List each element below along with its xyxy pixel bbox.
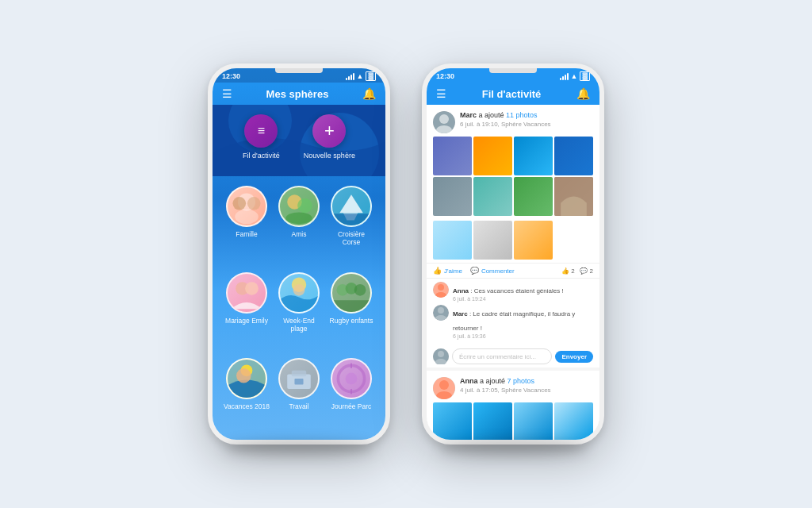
post2-date: 4 juil. à 17:05, Sphère Vacances: [460, 387, 593, 394]
phone2-status-bar: 12:30 ▲ ▓: [427, 68, 599, 83]
photo-8[interactable]: [554, 177, 593, 216]
photo-4[interactable]: [554, 137, 593, 175]
phone1-hero: ≡ Fil d'activité + Nouvelle sphère: [213, 105, 385, 176]
phone2: 12:30 ▲ ▓ ☰ Fil d'ac: [422, 64, 604, 444]
photo-10[interactable]: [473, 221, 512, 260]
sphere-travail[interactable]: Travail: [276, 358, 322, 430]
sphere-weekend[interactable]: Week-End plage: [276, 272, 322, 352]
svg-point-2: [232, 197, 246, 210]
comment-1-author: Anna: [453, 287, 469, 294]
action-buttons: ≡ Fil d'activité + Nouvelle sphère: [213, 105, 385, 160]
comment-2-date: 6 juil. à 19:36: [453, 333, 593, 339]
comment-icon: 💬: [470, 267, 479, 275]
comment-1-date: 6 juil. à 19:24: [453, 296, 593, 302]
comment-1: Anna : Ces vacances étaient géniales ! 6…: [433, 282, 593, 302]
post2-photo-grid: [427, 402, 599, 440]
feed-action-btn[interactable]: ≡ Fil d'activité: [243, 114, 280, 160]
sphere-rugby[interactable]: Rugby enfants: [328, 272, 374, 352]
sphere-journee[interactable]: Journée Parc: [328, 358, 374, 430]
sphere-famille[interactable]: Famille: [224, 186, 270, 266]
new-sphere-icon-circle: +: [312, 114, 346, 148]
send-button[interactable]: Envoyer: [555, 351, 593, 363]
spheres-grid: Famille Amis Croisière Corse: [213, 176, 385, 440]
feed-label: Fil d'activité: [243, 152, 280, 160]
phones-container: 12:30 ▲ ▓ ☰ Mes sphè: [208, 64, 604, 444]
photo-3[interactable]: [514, 137, 553, 175]
sphere-amis-label: Amis: [292, 230, 307, 238]
comments-section: Anna : Ces vacances étaient géniales ! 6…: [427, 279, 599, 345]
post2-photo-count[interactable]: 7 photos: [508, 377, 535, 385]
sphere-vacances[interactable]: Vacances 2018: [224, 358, 270, 430]
sphere-mariage[interactable]: Mariage Emily: [224, 272, 270, 352]
post2-photo-1[interactable]: [433, 402, 472, 440]
photo-7[interactable]: [514, 177, 553, 216]
svg-rect-27: [294, 379, 303, 384]
sphere-amis[interactable]: Amis: [276, 186, 322, 266]
svg-point-1: [235, 210, 259, 224]
like-icon: 👍: [433, 267, 442, 275]
sphere-rugby-label: Rugby enfants: [330, 317, 373, 325]
phone1-shadow: [224, 441, 374, 456]
post2-photo-3[interactable]: [514, 402, 553, 440]
photo-6[interactable]: [473, 177, 512, 216]
photo-11[interactable]: [514, 221, 553, 260]
sphere-rugby-avatar: [331, 272, 372, 314]
sphere-travail-avatar: [278, 358, 320, 399]
sphere-croisiere[interactable]: Croisière Corse: [328, 186, 374, 266]
feed-post-1: Marc a ajouté 11 photos 6 juil. à 19:10,…: [427, 105, 599, 368]
comment-label: Commenter: [481, 267, 515, 275]
comment-input[interactable]: Écrire un commentaire ici...: [452, 348, 552, 364]
feed-icon-circle: ≡: [244, 114, 278, 148]
phone1-header: ☰ Mes sphères 🔔: [213, 83, 385, 105]
like-label: J'aime: [444, 267, 462, 275]
post2-photo-4[interactable]: [554, 402, 593, 440]
comment-button[interactable]: 💬 Commenter: [470, 267, 515, 275]
wifi-icon: ▲: [357, 72, 364, 80]
feed-icon: ≡: [258, 125, 265, 137]
photo-9[interactable]: [433, 221, 472, 260]
svg-point-7: [285, 212, 312, 224]
post2-header: Anna a ajouté 7 photos 4 juil. à 17:05, …: [427, 371, 599, 402]
photo-5[interactable]: [433, 177, 472, 216]
svg-point-38: [438, 284, 444, 291]
post1-author: Marc: [460, 111, 477, 119]
post1-counts: 👍 2 💬 2: [561, 267, 593, 275]
battery-icon: ▓: [366, 71, 376, 81]
post1-photo-count[interactable]: 11 photos: [506, 111, 538, 119]
anna-avatar-post2: [433, 377, 455, 399]
phone2-title: Fil d'activité: [482, 88, 542, 100]
sphere-mariage-label: Mariage Emily: [225, 317, 268, 325]
battery-icon2: ▓: [580, 71, 590, 81]
comment-2-author: Marc: [453, 310, 468, 318]
like-button[interactable]: 👍 J'aime: [433, 267, 462, 275]
sphere-journee-avatar: [331, 358, 372, 399]
phone1-time: 12:30: [222, 72, 240, 80]
post2-photo-2[interactable]: [473, 402, 512, 440]
photo-2[interactable]: [473, 137, 512, 175]
sphere-vacances-avatar: [226, 358, 267, 399]
post1-date: 6 juil. à 19:10, Sphère Vacances: [460, 121, 593, 128]
post1-photo-grid: [427, 137, 599, 221]
svg-point-30: [346, 373, 358, 385]
svg-point-19: [354, 284, 366, 296]
phone2-feed: Marc a ajouté 11 photos 6 juil. à 19:10,…: [427, 105, 599, 440]
sphere-journee-label: Journée Parc: [331, 402, 372, 410]
comment-2: Marc : Le cadre était magnifique, il fau…: [433, 305, 593, 339]
svg-point-12: [245, 282, 259, 295]
photo-1[interactable]: [433, 137, 472, 175]
plus-icon: +: [324, 122, 335, 140]
svg-rect-20: [332, 300, 370, 312]
phone1-bell-icon[interactable]: 🔔: [362, 87, 376, 100]
phone2-header: ☰ Fil d'activité 🔔: [427, 83, 599, 105]
phone1-screen: 12:30 ▲ ▓ ☰ Mes sphè: [213, 68, 385, 440]
comment-2-body: Marc : Le cadre était magnifique, il fau…: [453, 305, 593, 339]
phone2-menu-icon[interactable]: ☰: [436, 87, 446, 100]
phone2-bell-icon[interactable]: 🔔: [576, 87, 590, 100]
current-user-avatar: [433, 348, 449, 364]
post1-actions: 👍 J'aime 💬 Commenter 👍 2: [427, 263, 599, 279]
sphere-croisiere-label: Croisière Corse: [328, 230, 374, 246]
phone1-title: Mes sphères: [266, 88, 329, 100]
new-sphere-action-btn[interactable]: + Nouvelle sphère: [304, 114, 355, 160]
phone1-menu-icon[interactable]: ☰: [222, 87, 232, 100]
svg-rect-9: [332, 214, 370, 225]
